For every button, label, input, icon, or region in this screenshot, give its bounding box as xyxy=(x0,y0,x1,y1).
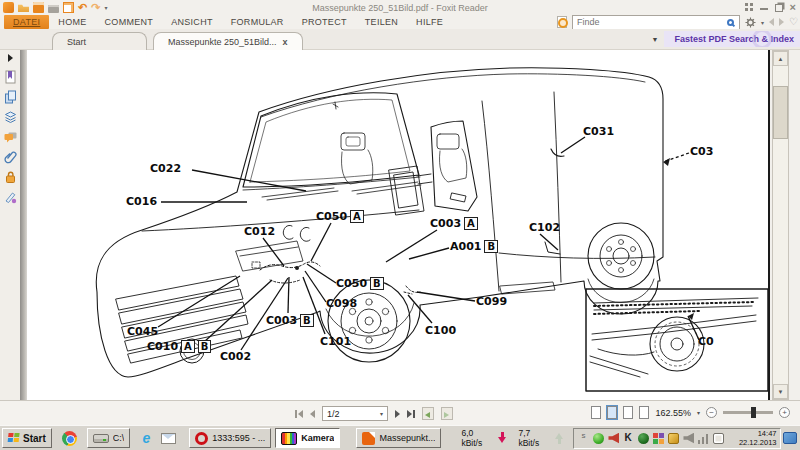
zoom-slider-handle[interactable] xyxy=(751,407,756,418)
last-page-button[interactable] xyxy=(407,410,415,418)
connector-code: C003 xyxy=(266,314,297,327)
zoom-caret-icon[interactable]: ▾ xyxy=(697,409,700,416)
battery-icon[interactable] xyxy=(713,433,724,444)
find-input-box[interactable] xyxy=(572,15,740,30)
start-button[interactable]: Start xyxy=(2,428,52,448)
green-orb-icon[interactable] xyxy=(593,433,604,444)
attachments-icon[interactable] xyxy=(4,150,17,164)
dark-orb-icon[interactable] xyxy=(638,433,649,444)
vertical-scrollbar[interactable]: ▲ ▼ xyxy=(772,50,789,400)
sidebar-expand-icon[interactable] xyxy=(8,54,13,62)
menu-teilen[interactable]: TEILEN xyxy=(356,15,407,29)
taskbar-ie-button[interactable] xyxy=(137,428,155,448)
diagram-label-C010AB: C010AB xyxy=(147,340,211,353)
banner-dropdown-icon[interactable]: ▼ xyxy=(652,36,659,43)
pages-icon[interactable] xyxy=(4,90,17,104)
diagram-label-C098: C098 xyxy=(326,297,357,310)
foxit-icon xyxy=(362,432,375,445)
taskbar-opera-button[interactable]: 1333:595 - ... xyxy=(189,428,271,448)
pinwheel-icon[interactable] xyxy=(653,433,664,444)
menu-protect[interactable]: PROTECT xyxy=(293,15,356,29)
zoom-in-button[interactable]: + xyxy=(779,407,790,418)
muted-speaker-icon[interactable] xyxy=(608,433,619,444)
continuous-layout-icon[interactable] xyxy=(639,406,649,419)
gold-badge-icon[interactable] xyxy=(668,433,679,444)
next-view-icon[interactable] xyxy=(441,407,453,420)
show-desktop-button[interactable] xyxy=(783,432,797,444)
diagram-label-C002: C002 xyxy=(220,350,251,363)
fit-width-layout-icon[interactable] xyxy=(607,406,617,419)
bookmarks-icon[interactable] xyxy=(4,70,17,84)
net-upload-indicator: 7,7 kBit/s xyxy=(518,428,563,448)
taskbar-mail-button[interactable] xyxy=(159,428,178,448)
nav-forward-icon[interactable] xyxy=(779,18,784,26)
menu-ansicht[interactable]: ANSICHT xyxy=(162,15,222,29)
menu-formular[interactable]: FORMULAR xyxy=(222,15,293,29)
facing-pages-layout-icon[interactable] xyxy=(623,406,633,419)
scroll-down-button[interactable]: ▼ xyxy=(773,384,788,399)
connector-code: C050 xyxy=(316,210,347,223)
sidebar-splitter[interactable] xyxy=(20,50,27,400)
menu-datei[interactable]: DATEI xyxy=(4,15,49,29)
tab-start[interactable]: Start xyxy=(52,32,147,50)
settings-gear-icon[interactable] xyxy=(745,17,756,28)
document-canvas[interactable]: C022C016C012C050AC003AA001BC102C031C03C0… xyxy=(27,50,770,400)
magnifier-icon[interactable] xyxy=(727,19,734,26)
kaspersky-icon[interactable] xyxy=(623,433,634,444)
page-indicator: 1/2 xyxy=(327,409,340,419)
scroll-up-button[interactable]: ▲ xyxy=(773,51,788,66)
taskbar-drive-button[interactable]: C:\ xyxy=(87,428,131,448)
page-number-field[interactable]: 1/2 ▾ xyxy=(322,406,388,421)
connector-code: C100 xyxy=(425,324,456,337)
tab-document[interactable]: Massepunkte 250_51Bild...x xyxy=(153,32,303,50)
single-page-layout-icon[interactable] xyxy=(591,406,601,419)
zoom-slider[interactable] xyxy=(723,411,773,414)
menu-hilfe[interactable]: HILFE xyxy=(407,15,452,29)
menu-comment[interactable]: COMMENT xyxy=(96,15,163,29)
layout-grid-icon[interactable] xyxy=(745,3,753,11)
zoom-out-button[interactable]: − xyxy=(706,407,717,418)
first-page-button[interactable] xyxy=(295,410,303,418)
find-input[interactable] xyxy=(573,17,727,27)
gear-caret-icon[interactable]: ▾ xyxy=(761,19,764,26)
windows-flag-icon xyxy=(7,433,20,444)
page-field-caret-icon[interactable]: ▾ xyxy=(380,410,383,417)
diagram-label-C045: C045 xyxy=(127,325,158,338)
close-button[interactable]: × xyxy=(790,3,796,12)
nav-back-icon[interactable] xyxy=(769,18,774,26)
diagram-label-C102: C102 xyxy=(529,221,560,234)
comments-icon[interactable] xyxy=(4,130,17,144)
taskbar-chrome-button[interactable] xyxy=(60,428,79,448)
taskbar-clock[interactable]: 14:47 22.12.2013 xyxy=(730,429,776,447)
taskbar-button-label: Massepunkt... xyxy=(379,433,435,443)
mail-icon xyxy=(161,433,176,444)
search-index-banner[interactable]: Fastest PDF Search & Index xyxy=(664,31,800,47)
tab-close-icon[interactable]: x xyxy=(283,37,288,47)
diagram-label-C012: C012 xyxy=(244,225,275,238)
connector-code: C031 xyxy=(583,125,614,138)
favorite-heart-icon[interactable]: ♡ xyxy=(789,17,798,27)
agent-icon[interactable] xyxy=(578,433,589,444)
diagram-label-C003B: C003B xyxy=(266,314,314,327)
speaker-icon[interactable] xyxy=(683,433,694,444)
restore-button[interactable] xyxy=(775,4,783,12)
diagram-label-C03: C03 xyxy=(690,145,713,158)
connector-code: C050 xyxy=(336,277,367,290)
taskbar-kamera-button[interactable]: Kamera xyxy=(275,428,340,448)
layers-icon[interactable] xyxy=(4,110,17,124)
next-page-button[interactable] xyxy=(395,410,400,418)
previous-view-icon[interactable] xyxy=(422,407,434,420)
security-icon[interactable] xyxy=(4,170,17,184)
diagram-label-C100: C100 xyxy=(425,324,456,337)
signature-icon[interactable] xyxy=(4,190,17,204)
diagram-label-C016: C016 xyxy=(126,195,157,208)
search-document-icon[interactable] xyxy=(557,16,567,28)
menu-home[interactable]: HOME xyxy=(49,15,95,29)
zoom-level[interactable]: 162.55% xyxy=(655,408,691,418)
statusbar: 1/2 ▾ 162.55% ▾ − + xyxy=(0,400,800,425)
signal-bars-icon[interactable] xyxy=(698,433,709,444)
minimize-button[interactable] xyxy=(760,8,768,10)
taskbar-foxit-button[interactable]: Massepunkt... xyxy=(356,428,441,448)
previous-page-button[interactable] xyxy=(310,410,315,418)
scrollbar-thumb[interactable] xyxy=(773,86,788,139)
